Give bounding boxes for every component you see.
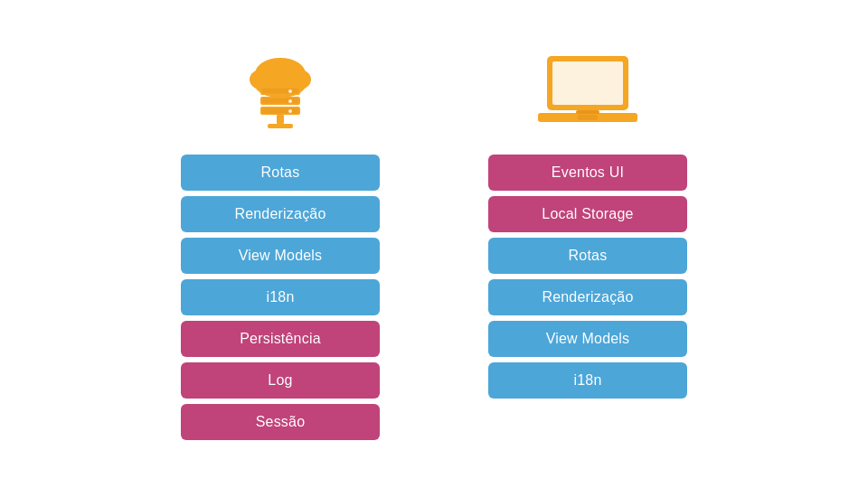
svg-point-12 [288,89,292,93]
svg-rect-9 [262,108,298,114]
server-i18n-button[interactable]: i18n [181,279,380,315]
svg-point-13 [288,99,292,103]
client-eventos-ui-button[interactable]: Eventos UI [488,155,687,191]
svg-rect-11 [268,124,293,128]
svg-rect-18 [576,110,599,114]
svg-rect-5 [262,89,298,94]
svg-point-14 [288,109,292,113]
main-container: Rotas Renderização View Models i18n Pers… [163,24,705,464]
server-view-models-button[interactable]: View Models [181,238,380,274]
client-i18n-button[interactable]: i18n [488,362,687,399]
cloud-server-icon [235,42,326,142]
server-sessao-button[interactable]: Sessão [181,404,380,440]
svg-rect-16 [552,61,623,105]
client-local-storage-button[interactable]: Local Storage [488,196,687,232]
client-rotas-button[interactable]: Rotas [488,238,687,274]
svg-rect-10 [277,115,284,124]
server-column: Rotas Renderização View Models i18n Pers… [181,42,380,446]
server-renderizacao-button[interactable]: Renderização [181,196,380,232]
server-persistencia-button[interactable]: Persistência [181,321,380,357]
client-renderizacao-button[interactable]: Renderização [488,279,687,315]
svg-rect-19 [578,115,598,120]
client-view-models-button[interactable]: View Models [488,321,687,357]
server-rotas-button[interactable]: Rotas [181,155,380,191]
laptop-icon [538,42,637,142]
server-log-button[interactable]: Log [181,362,380,399]
svg-rect-7 [262,99,298,104]
client-column: Eventos UI Local Storage Rotas Renderiza… [488,42,687,404]
